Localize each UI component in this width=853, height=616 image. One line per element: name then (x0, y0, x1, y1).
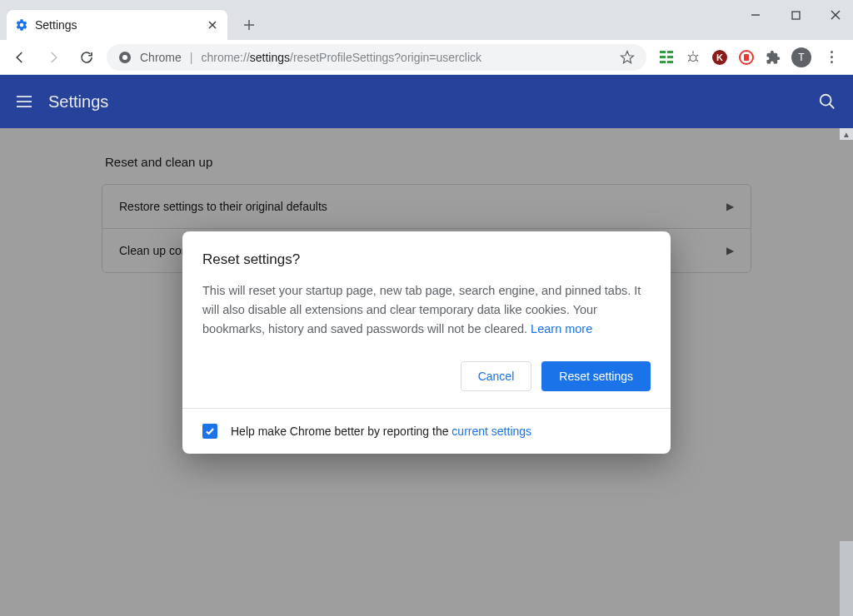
learn-more-link[interactable]: Learn more (531, 322, 592, 335)
browser-toolbar: Chrome | chrome://settings/resetProfileS… (0, 40, 853, 75)
dialog-footer-text: Help make Chrome better by reporting the… (231, 425, 531, 438)
omnibox-prefix: Chrome (140, 51, 182, 64)
svg-line-21 (688, 60, 690, 62)
svg-rect-12 (667, 51, 673, 53)
extension-grid-icon[interactable] (658, 49, 675, 66)
tab-strip: Settings (0, 0, 853, 40)
extension-k-icon[interactable]: K (711, 49, 728, 66)
svg-line-28 (830, 104, 835, 109)
settings-menu-icon[interactable] (17, 96, 32, 107)
scroll-up-arrow[interactable]: ▲ (840, 128, 853, 140)
svg-rect-14 (667, 56, 673, 58)
chrome-menu-button[interactable] (821, 51, 841, 63)
close-window-icon[interactable] (823, 5, 848, 25)
omnibox-separator: | (190, 51, 193, 64)
settings-gear-icon (15, 18, 28, 32)
forward-button[interactable] (40, 44, 67, 71)
svg-rect-11 (660, 51, 666, 53)
cancel-button[interactable]: Cancel (461, 361, 532, 391)
new-tab-button[interactable] (237, 13, 261, 37)
reset-settings-dialog: Reset settings? This will reset your sta… (182, 231, 671, 454)
svg-point-17 (690, 55, 696, 62)
browser-tab[interactable]: Settings (7, 10, 227, 40)
svg-point-27 (821, 95, 831, 106)
svg-rect-13 (660, 56, 666, 58)
reload-button[interactable] (73, 44, 100, 71)
settings-header: Settings (0, 75, 853, 128)
svg-marker-10 (621, 51, 634, 62)
extensions-puzzle-icon[interactable] (765, 49, 781, 66)
extensions-area: K T (653, 47, 846, 67)
back-button[interactable] (7, 44, 33, 71)
reset-button-label: Reset settings (559, 370, 633, 383)
svg-line-19 (688, 55, 690, 57)
dialog-body-text: This will reset your startup page, new t… (202, 281, 651, 340)
svg-rect-15 (660, 61, 666, 63)
svg-line-22 (696, 60, 698, 62)
svg-rect-5 (792, 12, 800, 19)
settings-header-title: Settings (48, 92, 108, 112)
report-checkbox[interactable] (202, 424, 217, 439)
extension-bug-icon[interactable] (685, 49, 701, 66)
close-tab-icon[interactable] (206, 18, 219, 32)
reset-settings-button[interactable]: Reset settings (541, 361, 651, 391)
cancel-button-label: Cancel (478, 370, 515, 383)
svg-rect-26 (744, 54, 749, 61)
minimize-icon[interactable] (743, 5, 768, 25)
svg-rect-16 (667, 61, 673, 63)
omnibox[interactable]: Chrome | chrome://settings/resetProfileS… (107, 44, 646, 71)
profile-avatar[interactable]: T (791, 47, 811, 67)
current-settings-link[interactable]: current settings (451, 425, 531, 438)
svg-point-9 (122, 55, 127, 60)
chrome-logo-icon (118, 51, 132, 64)
scrollbar-track[interactable] (840, 541, 853, 616)
svg-line-20 (696, 55, 698, 57)
window-controls (743, 5, 848, 25)
dialog-title: Reset settings? (202, 251, 651, 268)
omnibox-url: chrome://settings/resetProfileSettings?o… (201, 51, 481, 64)
settings-search-icon[interactable] (818, 92, 836, 111)
extension-shield-icon[interactable] (738, 49, 755, 66)
avatar-initial: T (798, 52, 804, 63)
bookmark-star-icon[interactable] (620, 50, 635, 65)
maximize-icon[interactable] (783, 5, 808, 25)
svg-text:K: K (716, 52, 723, 62)
tab-title: Settings (35, 18, 77, 32)
